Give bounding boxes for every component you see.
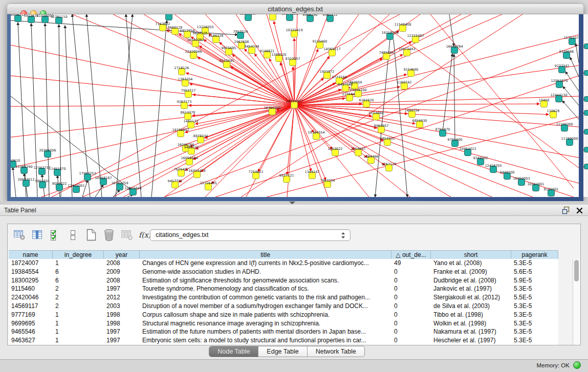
graph-node[interactable]: 12342737: [33, 166, 50, 175]
graph-node-selected[interactable]: 1495754: [405, 108, 420, 118]
graph-node[interactable]: 10653287: [239, 14, 256, 21]
graph-node[interactable]: 9054022: [52, 182, 67, 191]
graph-node-selected[interactable]: 19325419: [286, 28, 302, 37]
graph-node-selected[interactable]: 8454749: [245, 45, 259, 54]
table-row[interactable]: 946554611997Estimation of the future num…: [9, 327, 558, 336]
column-header-in-degree[interactable]: in_degree: [53, 251, 104, 259]
table-row[interactable]: 1872400712008Changes of HCN gene express…: [9, 259, 558, 268]
graph-node[interactable]: 9440200: [500, 170, 515, 180]
graph-node-selected[interactable]: 7963254: [320, 179, 335, 188]
graph-node[interactable]: 5901501: [35, 179, 50, 188]
splitter-collapse-icon[interactable]: [289, 202, 295, 204]
table-vertical-scrollbar[interactable]: [573, 259, 580, 345]
graph-node[interactable]: 12093870: [551, 79, 568, 88]
show-columns-icon[interactable]: [30, 228, 45, 242]
graph-node[interactable]: 12445001: [68, 184, 84, 193]
graph-node[interactable]: 8791970: [435, 127, 450, 137]
panel-splitter[interactable]: [0, 201, 588, 205]
table-row[interactable]: 2242004622012Investigating the contribut…: [9, 293, 558, 302]
graph-node[interactable]: 12923448: [124, 186, 141, 195]
close-panel-icon[interactable]: [576, 207, 583, 214]
graph-node-selected[interactable]: 16099484: [181, 156, 198, 165]
graph-node[interactable]: 32791110: [50, 15, 67, 24]
table-source-select[interactable]: citations_edges.txt: [150, 229, 351, 241]
float-window-icon[interactable]: [562, 206, 571, 214]
graph-node-selected[interactable]: 110628: [547, 109, 560, 118]
graph-node[interactable]: 20206506: [39, 148, 56, 158]
graph-node-selected[interactable]: 1344147: [305, 170, 320, 179]
graph-node[interactable]: 12444130: [550, 93, 567, 102]
graph-node[interactable]: 11568290: [15, 165, 32, 174]
graph-node-selected[interactable]: 9527121: [279, 173, 294, 183]
graph-node-selected[interactable]: 6854930: [412, 119, 427, 128]
row-selection-icon[interactable]: [66, 228, 80, 242]
memory-ok-indicator[interactable]: [573, 361, 581, 369]
graph-node-selected[interactable]: 1588520: [272, 53, 287, 62]
column-header-name[interactable]: name: [9, 251, 53, 259]
citation-graph[interactable]: 1872400718300295193845548813054716382286…: [11, 14, 579, 197]
graph-node[interactable]: 15276020: [281, 14, 298, 21]
graph-node-selected[interactable]: 16543382: [187, 38, 204, 47]
graph-node-selected[interactable]: 2718126: [175, 66, 189, 75]
tab-network-table[interactable]: Network Table: [307, 346, 364, 357]
column-header-pagerank[interactable]: pagerank: [511, 251, 558, 259]
graph-node-selected[interactable]: 1383204: [178, 77, 193, 86]
tab-edge-table[interactable]: Edge Table: [258, 346, 307, 357]
graph-node-selected[interactable]: 7625402: [174, 167, 189, 177]
graph-node-selected[interactable]: 9154690: [404, 68, 419, 77]
column-header-year[interactable]: year: [104, 251, 140, 259]
table-row[interactable]: 969969511998Structural magnetic resonanc…: [9, 319, 558, 328]
graph-node[interactable]: 11451870: [49, 167, 66, 176]
graph-node[interactable]: 15751074: [563, 36, 579, 45]
graph-node-selected[interactable]: 9457791: [168, 179, 183, 188]
graph-node-selected[interactable]: 12215987: [407, 34, 424, 43]
table-row[interactable]: 911546021997Tourette syndrome. Phenomeno…: [9, 285, 558, 293]
window-titlebar[interactable]: citations_edges.txt: [7, 4, 583, 14]
graph-node-selected[interactable]: 7952717: [181, 89, 196, 98]
graph-node[interactable]: 7857224: [233, 30, 248, 39]
graph-node[interactable]: 19218506: [381, 31, 398, 40]
graph-node-selected[interactable]: 8878334: [193, 134, 208, 143]
new-document-icon[interactable]: [84, 228, 98, 242]
table-row[interactable]: 1938455462009Genome-wide association stu…: [9, 268, 558, 276]
graph-node[interactable]: 17957253: [79, 171, 96, 181]
column-header-title[interactable]: title: [140, 251, 391, 259]
graph-node-selected[interactable]: 1853022: [328, 147, 343, 156]
graph-node-selected[interactable]: 8969957: [374, 124, 389, 133]
graph-node[interactable]: 8125001: [544, 187, 559, 196]
scrollbar-thumb[interactable]: [574, 260, 579, 281]
tab-node-table[interactable]: Node Table: [209, 346, 258, 357]
graph-node-selected[interactable]: 15716485: [200, 181, 216, 190]
trash-icon[interactable]: [102, 228, 116, 242]
table-settings-icon[interactable]: [12, 228, 27, 242]
table-row[interactable]: 1456911722003Disruption of a novel membe…: [9, 302, 558, 311]
graph-node[interactable]: 6966190: [303, 14, 318, 22]
table-row[interactable]: 977716911998Corpus callosum shape and si…: [9, 311, 558, 319]
graph-node[interactable]: 12100300: [556, 122, 573, 132]
graph-node-selected[interactable]: 8613378: [181, 111, 195, 120]
graph-node-selected[interactable]: 19384554: [308, 130, 324, 140]
graph-node[interactable]: 9329966: [559, 50, 574, 59]
graph-node-selected[interactable]: 7254021: [249, 170, 264, 179]
delete-table-icon[interactable]: [120, 228, 134, 242]
graph-node-selected[interactable]: 11548408: [394, 23, 411, 32]
graph-node-selected[interactable]: 16914479: [188, 169, 205, 178]
table-row[interactable]: 1830029562008Estimation of significance …: [9, 276, 558, 285]
graph-node-selected[interactable]: 14569117: [323, 47, 340, 56]
graph-node-selected[interactable]: 8186328: [209, 34, 224, 43]
network-canvas[interactable]: 1872400718300295193845548813054716382286…: [11, 14, 579, 197]
graph-node[interactable]: 16648784: [446, 45, 463, 54]
table-row[interactable]: 946362711997Embryonic stem cells: a mode…: [9, 336, 558, 345]
graph-node[interactable]: 10958187: [95, 176, 112, 185]
graph-node-selected[interactable]: 10973493: [398, 47, 415, 56]
select-all-icon[interactable]: [48, 228, 62, 242]
graph-node-selected[interactable]: 9267173: [177, 100, 192, 109]
graph-node[interactable]: 11740000: [561, 137, 578, 146]
graph-node-selected[interactable]: 8322057: [286, 57, 300, 66]
column-header-short[interactable]: short: [431, 251, 511, 259]
graph-node-selected[interactable]: 15958: [539, 98, 550, 107]
graph-node[interactable]: 6791900: [448, 138, 463, 147]
graph-node[interactable]: 8561312: [323, 14, 338, 22]
column-header-out-de-[interactable]: △ out_de...: [391, 251, 431, 259]
graph-node[interactable]: 20657012: [17, 178, 34, 187]
